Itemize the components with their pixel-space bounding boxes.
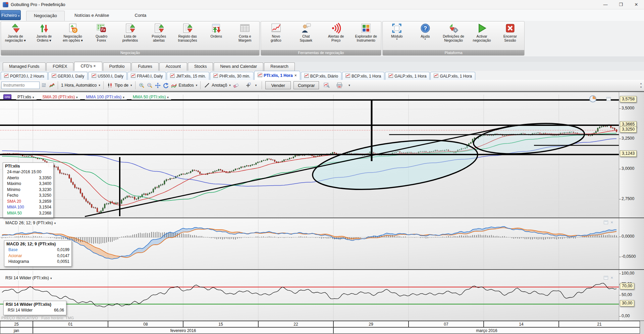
menu-tab-2[interactable]: Conta	[127, 11, 154, 21]
workspace-tab-news-and-calendar[interactable]: News and Calendar	[214, 62, 263, 71]
panel-separator[interactable]	[0, 269, 644, 270]
instrument-list-button[interactable]	[40, 82, 48, 89]
sell-button[interactable]: Vender	[265, 81, 291, 89]
chart-tab-7[interactable]: BCP:xlis, Diário	[301, 72, 341, 80]
modulo-button[interactable]: Módulo▾	[383, 21, 411, 50]
janela-ordens-button[interactable]: Janela de Ordens ▾	[30, 21, 59, 50]
doc-options-icon: O	[67, 23, 78, 34]
encerrar-sessao-button[interactable]: Encerrar Sessão	[496, 21, 524, 50]
legend-item-1[interactable]: SMA 20 (PTI:xlis)▾	[41, 94, 80, 100]
chart-tab-0[interactable]: PORT20.I, 2 Hours	[1, 72, 48, 80]
more-tools-arrow-icon[interactable]: ▾	[348, 84, 350, 87]
timeframe-dropdown[interactable]: 1 Hora, Automático	[61, 83, 97, 88]
chart-tab-9[interactable]: GALP:xlis, 1 Hora	[385, 72, 430, 80]
table-icon	[239, 23, 250, 34]
zoom-in-button[interactable]	[138, 82, 146, 89]
workspace-tab-forex[interactable]: FOREX	[46, 62, 73, 71]
ajuda-button[interactable]: ?Ajuda▾	[411, 21, 439, 50]
definicoes-negociacao-button[interactable]: Definições de Negociação	[439, 21, 468, 50]
workspace-tab-research[interactable]: Research	[264, 62, 295, 71]
undo-button[interactable]	[162, 82, 170, 89]
chart-wrench-icon	[324, 82, 330, 88]
chart-tab-5[interactable]: PHR:xlis, 30 min.	[210, 72, 254, 80]
file-menu-button[interactable]: Ficheiro ▾	[0, 10, 21, 20]
chart-tab-1[interactable]: GER30.I, Daily	[48, 72, 88, 80]
chart-tab-3[interactable]: FRA40.I, Daily	[127, 72, 166, 80]
quadro-forex-button[interactable]: FxQuadro Forex	[87, 21, 116, 50]
chart-tab-icon	[131, 74, 137, 79]
workspace-tab-futures[interactable]: Futures	[131, 62, 158, 71]
anotacao-dropdown[interactable]: Anotaçõ	[212, 83, 227, 88]
estudos-arrow-icon[interactable]: ▾	[196, 84, 198, 87]
eraser-button[interactable]	[232, 82, 240, 89]
rsi-legend-label[interactable]: RSI 14 Wilder (PTI:xlis)▾	[4, 275, 54, 281]
negociacao-opcoes-button[interactable]: ONegociação em opções ▾	[58, 21, 87, 50]
macd-legend: MACD 26; 12; 9 (PTI:xlis)▾	[4, 220, 58, 226]
macd-pane-icons[interactable]: ✕	[604, 221, 613, 224]
ohlc-tooltip: PTI:xlis24-mar-2016 15:00Aberto3,3350Máx…	[3, 162, 54, 218]
session-clock-icon[interactable]	[589, 95, 596, 102]
chart-tab-8[interactable]: BCP:xlis, 1 Hora	[342, 72, 384, 80]
janela-negociacao-button[interactable]: Janela de negociação ▾	[1, 21, 30, 50]
registo-transaccoes-button[interactable]: Registo das transacções	[173, 21, 202, 50]
maximize-button[interactable]: ❒	[613, 0, 629, 9]
legend-item-2[interactable]: MMA 100 (PTI:xlis)▾	[85, 94, 127, 100]
month-cell: fevereiro 2016	[33, 327, 333, 334]
draw-line-button[interactable]	[203, 82, 211, 89]
month-cell: jan	[0, 327, 33, 334]
anotacao-arrow-icon[interactable]: ▾	[229, 84, 231, 87]
chart-type-dropdown[interactable]: Tipo de	[115, 83, 128, 88]
workspace-tab-cfd-s[interactable]: CFD's ×	[74, 62, 102, 71]
price-axis[interactable]: 3,50003,25003,00002,75000,0000-0,0500100…	[619, 92, 644, 321]
date-axis[interactable]: 250108152229071421janfevereiro 2016março…	[0, 321, 644, 334]
panel-separator[interactable]	[0, 218, 644, 218]
chart-tab-4[interactable]: JMT:xlis, 15 min.	[167, 72, 209, 80]
chart-tab-2[interactable]: US500.I, Daily	[88, 72, 127, 80]
chart-style-button[interactable]	[48, 82, 56, 89]
menu-tab-0[interactable]: Negociação	[26, 11, 65, 21]
toolbar-scroll-arrows[interactable]: ▴▾	[639, 82, 643, 90]
novo-grafico-button[interactable]: Novo gráfico	[261, 21, 291, 50]
legend-item-0[interactable]: PTI:xlis▾	[16, 94, 37, 100]
posicoes-abertas-button[interactable]: Posições abertas	[145, 21, 173, 50]
minimize-button[interactable]: —	[598, 0, 613, 9]
activar-negociacao-button[interactable]: Activar negociação	[468, 21, 496, 50]
restore-pane-icon[interactable]	[606, 97, 611, 101]
conta-margem-button[interactable]: Conta e Margem	[231, 21, 260, 50]
ordens-button[interactable]: Ordens	[202, 21, 231, 50]
print-button[interactable]	[336, 82, 343, 89]
alertas-preco-button[interactable]: Alertas de Preço	[321, 21, 351, 50]
macd-restore-icon	[604, 221, 608, 224]
close-button[interactable]: ✕	[629, 0, 644, 9]
app-logo-icon	[3, 2, 8, 7]
chart-canvas[interactable]	[0, 92, 619, 321]
chart-tab-6[interactable]: PTI:xlis, 1 Hora×	[254, 71, 300, 80]
crosshair-arrow-icon[interactable]: ▾	[255, 84, 257, 87]
explorador-instrumento-button[interactable]: Explorador de Instrumento	[351, 21, 381, 50]
workspace-tab-managed-funds[interactable]: Managed Funds	[3, 62, 46, 71]
menu-tab-1[interactable]: Notícias e Análise	[67, 11, 116, 21]
instrument-search-input[interactable]	[1, 82, 40, 89]
timeframe-arrow-icon[interactable]: ▾	[99, 84, 100, 87]
axis-label: 2,7500	[622, 196, 634, 201]
chart-tab-close-icon[interactable]: ×	[294, 73, 297, 78]
pan-button[interactable]	[154, 82, 162, 89]
crosshair-button[interactable]	[245, 82, 252, 89]
window-title: Gobulling Pro - Predefinição	[11, 2, 65, 7]
workspace-tab-stocks[interactable]: Stocks	[188, 62, 213, 71]
rsi-pane-icons[interactable]: ✕	[604, 276, 613, 280]
week-cell: 15	[183, 321, 258, 327]
workspace-tab-account[interactable]: Account	[159, 62, 187, 71]
chat-squawk-button[interactable]: Chat Squawk	[291, 21, 321, 50]
estudos-dropdown[interactable]: Estudos	[179, 83, 194, 88]
chart-type-arrow-icon[interactable]: ▾	[130, 84, 132, 87]
macd-legend-label[interactable]: MACD 26; 12; 9 (PTI:xlis)▾	[4, 220, 58, 226]
chart-tab-icon	[170, 74, 176, 79]
chart-tab-10[interactable]: GALP:xlis, 1 Hora	[430, 72, 475, 80]
buy-button[interactable]: Comprar	[293, 81, 319, 89]
chart-settings-button[interactable]	[323, 82, 330, 89]
workspace-tab-portfolio[interactable]: Portfolio	[103, 62, 131, 71]
legend-item-3[interactable]: MMA 50 (PTI:xlis)▾	[131, 94, 171, 100]
zoom-out-button[interactable]	[146, 82, 154, 89]
lista-preferidos-button[interactable]: Lista de preferidos	[116, 21, 145, 50]
